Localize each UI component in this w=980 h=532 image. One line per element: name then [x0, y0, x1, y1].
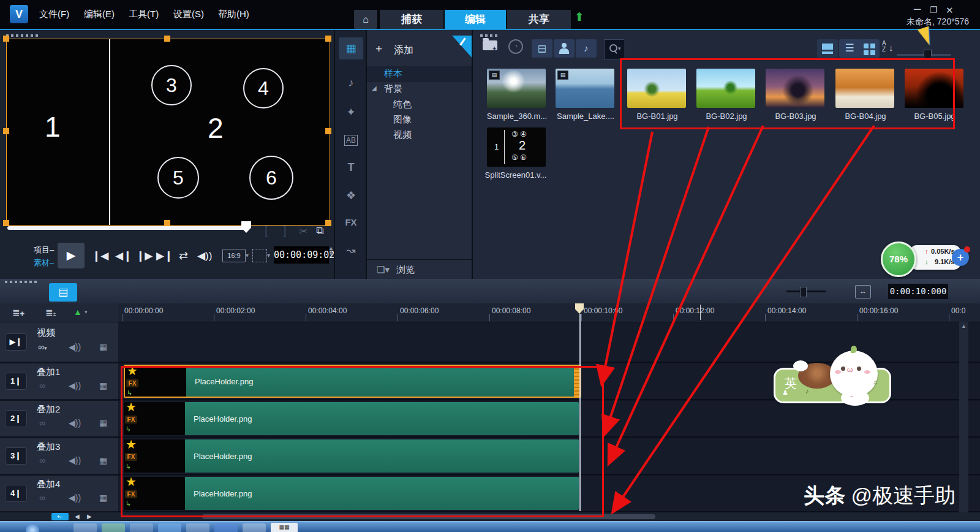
- next-frame-button[interactable]: ❙▶: [136, 249, 153, 262]
- overlay2-header[interactable]: 2❙ 叠加2 ∞ ◀)) ▦: [0, 401, 118, 438]
- link-icon[interactable]: ∞: [39, 381, 45, 390]
- transparency-grid-icon[interactable]: ▦: [99, 455, 107, 465]
- project-duration-timecode[interactable]: 0:00:10:000: [888, 284, 948, 299]
- view-thumbnail-icon[interactable]: [817, 39, 838, 58]
- timeline-view-icon[interactable]: ▤: [49, 283, 77, 302]
- smart-import-icon[interactable]: ◔: [508, 39, 523, 54]
- transparency-grid-icon[interactable]: ▦: [99, 418, 107, 428]
- transparency-grid-icon[interactable]: ▦: [99, 493, 107, 503]
- resize-handle[interactable]: [325, 220, 331, 226]
- overlay4-icon[interactable]: 4❙: [5, 485, 27, 502]
- taskbar-app[interactable]: [102, 523, 125, 532]
- speaker-icon[interactable]: ◀)): [69, 381, 81, 390]
- memory-percent-ball[interactable]: 78%: [881, 241, 916, 277]
- fx-category-icon[interactable]: FX: [339, 211, 363, 234]
- media-label[interactable]: SplitScreen01.v...: [481, 170, 550, 180]
- overlay2-icon[interactable]: 2❙: [5, 410, 27, 427]
- scrubber-bar[interactable]: [7, 226, 246, 230]
- minimize-button[interactable]: ─: [914, 4, 921, 15]
- link-icon[interactable]: ∞▾: [38, 342, 47, 352]
- go-start-button[interactable]: ❙◀: [92, 249, 108, 262]
- media-category-icon[interactable]: ▦: [339, 37, 363, 59]
- mark-in-icon[interactable]: [: [265, 224, 268, 238]
- tree-expander-icon[interactable]: ◢: [372, 85, 377, 91]
- media-thumb-splitscreen[interactable]: 1 ③ ④ 2 ⑤ ⑥: [487, 127, 546, 167]
- link-icon[interactable]: ∞: [39, 455, 45, 465]
- media-thumb-sample360[interactable]: ▤: [487, 69, 546, 108]
- preview-canvas[interactable]: 1 2 3 4 5 6: [6, 39, 330, 226]
- import-folder-icon[interactable]: +: [483, 40, 497, 50]
- ripple-insert-icon[interactable]: +⌐: [51, 513, 69, 520]
- aspect-dropdown-icon[interactable]: ▾: [246, 252, 249, 259]
- panel-grip[interactable]: [480, 34, 499, 37]
- taskbar-app[interactable]: [74, 523, 97, 532]
- filter-photo-icon[interactable]: [554, 39, 575, 58]
- ab-category-icon[interactable]: AB: [339, 129, 363, 151]
- overlay1-icon[interactable]: 1❙: [5, 373, 27, 390]
- play-button[interactable]: ▶: [58, 243, 85, 268]
- panel-grip[interactable]: [5, 281, 39, 283]
- browse-label[interactable]: 浏览: [396, 264, 415, 276]
- start-button[interactable]: [26, 523, 39, 532]
- tree-item-video[interactable]: 视频: [393, 129, 412, 141]
- link-icon[interactable]: ∞: [39, 493, 45, 503]
- add-track-icon[interactable]: ≣±: [45, 307, 56, 318]
- media-thumb-lake[interactable]: ▤: [556, 69, 614, 108]
- transparency-grid-icon[interactable]: ▦: [99, 342, 107, 352]
- close-button[interactable]: ✕: [946, 5, 954, 16]
- menu-help[interactable]: 帮助(H): [218, 9, 249, 20]
- home-icon[interactable]: ⌂: [354, 10, 377, 29]
- view-list-icon[interactable]: ☰: [839, 39, 860, 58]
- resize-handle[interactable]: [325, 36, 331, 42]
- fit-timeline-icon[interactable]: ↔: [855, 285, 871, 298]
- title-category-icon[interactable]: T: [339, 156, 363, 178]
- transition-category-icon[interactable]: ✦: [339, 101, 363, 123]
- resize-handle[interactable]: [3, 36, 9, 42]
- tab-share[interactable]: 共享: [507, 10, 571, 29]
- volume-button[interactable]: ◀)): [197, 249, 212, 262]
- speaker-icon[interactable]: ◀)): [69, 418, 81, 428]
- view-grid-icon[interactable]: [859, 39, 880, 58]
- taskbar-app-active[interactable]: ▦▦: [271, 523, 298, 532]
- enlarge-preview-icon[interactable]: ⧉: [316, 225, 323, 237]
- taskbar-app[interactable]: [243, 523, 266, 532]
- restore-button[interactable]: ❐: [930, 5, 938, 15]
- overlay1-header[interactable]: 1❙ 叠加1 ∞ ◀)) ▦: [0, 363, 118, 400]
- browse-icon[interactable]: ❏▾: [377, 264, 390, 275]
- taskbar-app[interactable]: [158, 523, 181, 532]
- search-icon-box[interactable]: ▾: [604, 39, 624, 60]
- resize-handle[interactable]: [164, 36, 170, 42]
- windows-taskbar[interactable]: ▦▦: [0, 521, 980, 532]
- scroll-up-icon[interactable]: ▲: [961, 323, 967, 329]
- mark-out-icon[interactable]: ]: [283, 224, 287, 238]
- link-icon[interactable]: ∞: [39, 418, 45, 428]
- split-clip-icon[interactable]: ✂: [299, 225, 307, 238]
- timeline-zoom-thumb[interactable]: [800, 287, 807, 297]
- tab-capture[interactable]: 捕获: [380, 10, 443, 29]
- overlay3-icon[interactable]: 3❙: [5, 447, 27, 465]
- filter-audio-icon[interactable]: ♪: [576, 39, 597, 58]
- media-label[interactable]: Sample_Lake....: [551, 112, 620, 121]
- panel-grip[interactable]: [6, 34, 40, 37]
- timecode-spinner[interactable]: ▲▼: [328, 246, 334, 257]
- video-track-icon[interactable]: ▶❙: [5, 333, 27, 351]
- menu-edit[interactable]: 编辑(E): [84, 9, 115, 20]
- net-speed-widget[interactable]: ↑ 0.05K/s ↓ 9.1K/s 78% +: [881, 241, 980, 275]
- tree-item-image[interactable]: 图像: [393, 114, 412, 126]
- sort-icon[interactable]: AZ: [882, 40, 886, 53]
- tree-item-solid[interactable]: 纯色: [393, 99, 412, 110]
- aspect-ratio-select[interactable]: 16:9: [222, 249, 246, 262]
- upload-arrow-icon[interactable]: ⬆: [575, 10, 584, 24]
- vscroll-bar[interactable]: ▲: [959, 322, 968, 512]
- filter-video-icon[interactable]: ▤: [532, 39, 552, 58]
- overlay-category-icon[interactable]: ❖: [339, 184, 363, 207]
- taskbar-app[interactable]: [130, 523, 153, 532]
- tree-item-background[interactable]: 背景: [384, 83, 402, 95]
- resize-handle[interactable]: [3, 220, 9, 226]
- marker-dropdown-icon[interactable]: ▾: [85, 309, 88, 315]
- speaker-icon[interactable]: ◀)): [69, 455, 81, 465]
- resize-handle[interactable]: [164, 220, 170, 226]
- selection-tool[interactable]: [252, 249, 267, 262]
- overlay3-header[interactable]: 3❙ 叠加3 ∞ ◀)) ▦: [0, 438, 118, 475]
- resize-handle[interactable]: [325, 128, 331, 134]
